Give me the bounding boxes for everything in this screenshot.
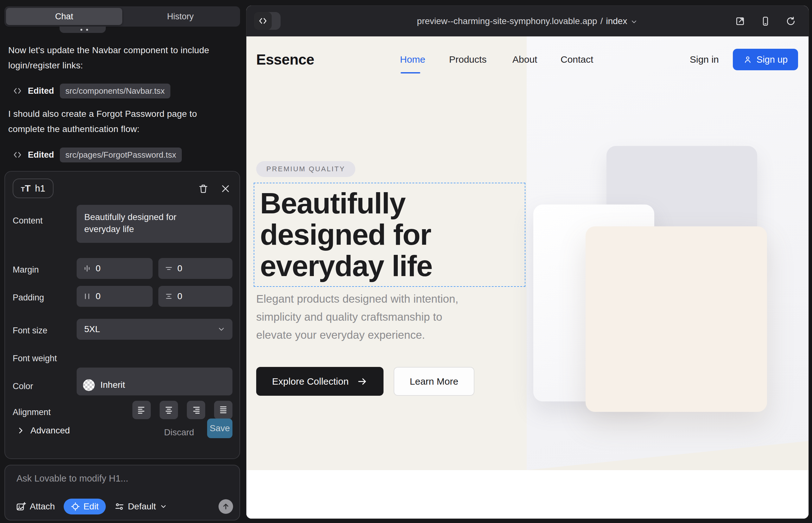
delete-element-button[interactable]	[196, 181, 211, 196]
chevron-down-icon	[160, 503, 167, 510]
chat-message: Now let's update the Navbar component to…	[8, 43, 211, 73]
nav-link-home[interactable]: Home	[400, 54, 425, 65]
url-host[interactable]: preview--charming-site-symphony.lovable.…	[417, 16, 597, 26]
url-separator: /	[600, 16, 603, 26]
padding-y-value: 0	[177, 291, 182, 301]
arrow-up-icon	[222, 502, 230, 511]
chevron-down-icon[interactable]	[630, 18, 638, 26]
padding-label: Padding	[13, 293, 44, 303]
align-center-button[interactable]	[160, 401, 178, 419]
font-size-select[interactable]: 5XL	[77, 319, 232, 340]
color-label: Color	[13, 381, 33, 391]
explore-label: Explore Collection	[272, 376, 349, 387]
save-button[interactable]: Save	[207, 418, 232, 438]
preview-window: preview--charming-site-symphony.lovable.…	[246, 6, 809, 519]
edited-file-chip[interactable]: src/components/Navbar.tsx	[60, 84, 171, 98]
advanced-toggle[interactable]: Advanced	[16, 426, 70, 436]
selected-element-chip[interactable]: TT h1	[13, 179, 54, 198]
lovable-app: Chat History Now let's update the Navbar…	[0, 0, 812, 523]
alignment-label: Alignment	[13, 408, 51, 417]
padding-y-input[interactable]: 0	[158, 286, 232, 307]
mobile-view-button[interactable]	[759, 15, 772, 28]
hero-subtext: Elegant products designed with intention…	[256, 290, 481, 344]
close-icon	[220, 184, 231, 194]
content-input[interactable]: Beautifully designed for everyday life	[77, 205, 232, 243]
refresh-icon	[786, 16, 796, 26]
hero-section: Essence Home Products About Contact Sign…	[246, 36, 809, 470]
element-tag-label: h1	[35, 183, 45, 194]
user-icon	[743, 55, 752, 64]
discard-button[interactable]: Discard	[164, 427, 194, 437]
margin-y-input[interactable]: 0	[158, 258, 232, 279]
nav-active-underline	[401, 72, 420, 73]
dot	[81, 29, 82, 31]
edit-mode-button[interactable]: Edit	[64, 499, 105, 515]
hero-headline-selected[interactable]: Beautifully designed for everyday life	[254, 183, 525, 287]
premium-quality-badge: PREMIUM QUALITY	[256, 161, 355, 177]
margin-vertical-icon	[165, 264, 173, 273]
composer-toolbar: Attach Edit Default	[16, 498, 233, 515]
code-icon	[258, 16, 268, 26]
code-preview-toggle[interactable]	[254, 12, 281, 30]
site-logo[interactable]: Essence	[256, 51, 314, 68]
nav-link-contact[interactable]: Contact	[561, 54, 593, 65]
site-viewport: Essence Home Products About Contact Sign…	[246, 36, 809, 519]
edit-label: Edit	[83, 502, 99, 511]
chat-history-tabs: Chat History	[4, 6, 240, 26]
chevron-down-icon	[217, 325, 226, 333]
section-below-hero	[246, 470, 809, 519]
send-button[interactable]	[218, 499, 233, 514]
align-left-icon	[137, 405, 146, 415]
scrolled-chat-bubble	[59, 26, 106, 33]
prompt-input[interactable]	[16, 473, 225, 484]
edited-file-chip[interactable]: src/pages/ForgotPassword.tsx	[60, 147, 182, 162]
explore-collection-button[interactable]: Explore Collection	[256, 367, 384, 396]
align-left-button[interactable]	[133, 401, 151, 419]
close-panel-button[interactable]	[218, 181, 233, 196]
edited-label: Edited	[28, 86, 54, 96]
code-icon	[13, 86, 22, 96]
trash-icon	[198, 183, 209, 194]
padding-x-input[interactable]: 0	[77, 286, 153, 307]
attach-button[interactable]: Attach	[16, 502, 55, 511]
edited-file-row: Edited src/pages/ForgotPassword.tsx	[13, 147, 182, 163]
sign-up-button[interactable]: Sign up	[733, 49, 798, 70]
model-mode-select[interactable]: Default	[114, 502, 167, 511]
code-view-segment[interactable]	[254, 12, 272, 30]
arrow-right-icon	[357, 376, 368, 387]
color-swatch-transparent	[83, 379, 95, 391]
color-select[interactable]: Inherit	[77, 375, 232, 395]
prompt-composer: Attach Edit Default	[4, 465, 240, 521]
align-right-icon	[191, 405, 201, 415]
font-size-value: 5XL	[84, 324, 100, 334]
refresh-button[interactable]	[784, 15, 797, 28]
browser-actions	[734, 6, 797, 36]
font-size-label: Font size	[13, 326, 48, 336]
align-center-icon	[164, 405, 174, 415]
nav-link-about[interactable]: About	[512, 54, 537, 65]
learn-more-button[interactable]: Learn More	[394, 367, 474, 396]
align-justify-button[interactable]	[214, 401, 232, 419]
url-path[interactable]: index	[606, 16, 627, 26]
margin-x-input[interactable]: 0	[77, 258, 153, 279]
url-bar: preview--charming-site-symphony.lovable.…	[246, 6, 809, 36]
advanced-label: Advanced	[30, 426, 70, 436]
tab-history[interactable]: History	[122, 8, 239, 25]
sliders-icon	[114, 502, 124, 511]
margin-label: Margin	[13, 265, 39, 275]
alignment-buttons	[133, 401, 232, 419]
align-right-button[interactable]	[187, 401, 205, 419]
tab-chat[interactable]: Chat	[6, 8, 122, 25]
open-external-button[interactable]	[734, 15, 746, 28]
code-icon	[13, 150, 22, 160]
crosshair-icon	[71, 502, 80, 511]
sign-up-label: Sign up	[757, 54, 788, 65]
nav-link-products[interactable]: Products	[449, 54, 487, 65]
edited-file-row: Edited src/components/Navbar.tsx	[13, 83, 170, 99]
padding-horizontal-icon	[83, 292, 91, 301]
margin-horizontal-icon	[83, 264, 91, 273]
dot	[86, 29, 88, 31]
sign-in-link[interactable]: Sign in	[690, 54, 719, 65]
typography-icon: TT	[21, 184, 31, 193]
chat-message: I should also create a Forgot Password p…	[8, 106, 211, 137]
